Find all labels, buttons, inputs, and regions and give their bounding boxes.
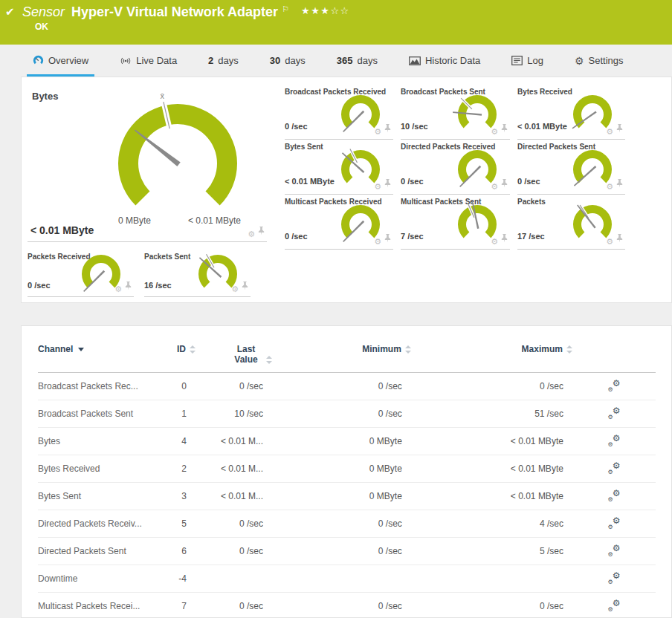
gauge-settings-icon[interactable]: ⚙ — [374, 128, 381, 136]
maximum-cell: 5 /sec — [412, 538, 573, 565]
column-header-actions — [573, 341, 656, 373]
gauge-settings-icon[interactable]: ⚙ — [606, 128, 613, 136]
sort-icon — [266, 355, 273, 365]
gauge-settings-icon[interactable]: ⚙ — [606, 238, 613, 246]
sort-icon — [566, 345, 573, 354]
table-row: Downtime -4 ⚙⚙ — [38, 565, 656, 593]
gauge-directed-packets-sent: Directed Packets Sent 0 /sec ⚙ — [517, 140, 625, 195]
tab-settings[interactable]: ⚙ Settings — [572, 45, 627, 77]
column-header-maximum[interactable]: Maximum — [412, 341, 573, 373]
minimum-cell — [273, 565, 412, 593]
channel-settings-icon[interactable]: ⚙⚙ — [608, 489, 620, 501]
channel-settings-icon[interactable]: ⚙⚙ — [608, 599, 620, 611]
gauge-value: 0 /sec — [401, 177, 424, 186]
channel-cell: Directed Packets Sent — [38, 538, 162, 565]
gauge-packets: Packets 17 /sec ⚙ — [517, 195, 625, 250]
channel-cell: Directed Packets Receiv... — [38, 510, 162, 538]
tab-log[interactable]: Log — [508, 45, 546, 77]
table-row: Multicast Packets Recei... 7 0 /sec 0 /s… — [38, 593, 656, 618]
column-header-channel[interactable]: Channel — [38, 341, 162, 373]
gauge-settings-icon[interactable]: ⚙ — [606, 183, 613, 191]
table-row: Bytes Received 2 < 0.01 M... 0 MByte < 0… — [38, 455, 656, 483]
gauge-settings-icon[interactable]: ⚙ — [491, 128, 498, 136]
gauge-settings-icon[interactable]: ⚙ — [114, 285, 122, 293]
maximum-cell: < 0.01 MByte — [412, 455, 573, 483]
tab-365-days[interactable]: 365 days — [334, 45, 381, 77]
channel-cell: Bytes — [38, 428, 162, 455]
gauge-value: 16 /sec — [144, 281, 172, 290]
pin-icon[interactable] — [501, 232, 508, 246]
sensor-status-badge: OK — [35, 22, 48, 32]
pin-icon[interactable] — [501, 178, 508, 191]
id-cell: 0 — [162, 373, 196, 400]
minimum-cell: 0 MByte — [273, 428, 412, 455]
gauge-settings-icon[interactable]: ⚙ — [491, 238, 498, 246]
pin-icon[interactable] — [616, 123, 623, 136]
sensor-title: Hyper-V Virtual Network Adapter — [71, 4, 278, 19]
tab-overview[interactable]: Overview — [30, 45, 91, 77]
pin-icon[interactable] — [384, 178, 391, 191]
pin-icon[interactable] — [125, 280, 132, 293]
table-row: Broadcast Packets Sent 1 10 /sec 0 /sec … — [38, 400, 656, 428]
minimum-cell: 0 MByte — [273, 455, 412, 483]
channel-settings-icon[interactable]: ⚙⚙ — [608, 517, 620, 528]
table-row: Directed Packets Receiv... 5 0 /sec 0 /s… — [38, 510, 656, 538]
pin-icon[interactable] — [384, 232, 391, 246]
channel-settings-icon[interactable]: ⚙⚙ — [608, 544, 620, 556]
channel-settings-icon[interactable]: ⚙⚙ — [608, 435, 620, 446]
channel-cell: Bytes Sent — [38, 483, 162, 510]
pin-icon[interactable] — [616, 178, 623, 191]
gauge-icon — [33, 55, 44, 66]
pin-icon[interactable] — [258, 225, 265, 238]
gauge-settings-icon[interactable]: ⚙ — [248, 230, 255, 238]
gauge-settings-icon[interactable]: ⚙ — [491, 183, 498, 191]
channel-settings-icon[interactable]: ⚙⚙ — [608, 407, 620, 418]
minimum-cell: 0 /sec — [273, 400, 412, 428]
table-header-row: Channel ID Last Value Minimum Maximum — [38, 341, 656, 373]
channels-panel: Channel ID Last Value Minimum Maximum Br… — [21, 325, 672, 618]
gauge-settings-icon[interactable]: ⚙ — [231, 285, 239, 293]
column-header-minimum[interactable]: Minimum — [273, 341, 412, 373]
table-row: Bytes Sent 3 < 0.01 M... 0 MByte < 0.01 … — [38, 483, 656, 510]
tab-30-days[interactable]: 30 days — [267, 45, 308, 77]
channel-settings-icon[interactable]: ⚙⚙ — [608, 572, 620, 583]
maximum-cell: 4 /sec — [412, 510, 573, 538]
priority-stars[interactable]: ★★★☆☆ — [301, 5, 350, 16]
channel-cell: Bytes Received — [38, 455, 162, 483]
priority-flag-icon[interactable]: ⚐ — [282, 4, 289, 13]
table-row: Directed Packets Sent 6 0 /sec 0 /sec 5 … — [38, 538, 656, 565]
minimum-cell: 0 /sec — [273, 538, 412, 565]
gauge-value: 0 /sec — [285, 232, 308, 241]
sensor-header: ✔ SensorHyper-V Virtual Network Adapter⚐… — [0, 0, 672, 45]
bytes-gauge-dial: x̄ — [103, 95, 252, 229]
gauge-value: 17 /sec — [517, 232, 545, 241]
pin-icon[interactable] — [616, 232, 623, 246]
channel-cell: Multicast Packets Recei... — [38, 593, 162, 618]
gauge-settings-icon[interactable]: ⚙ — [374, 183, 381, 191]
id-cell: 4 — [162, 428, 196, 455]
last-value-cell: 0 /sec — [196, 538, 273, 565]
gauge-settings-icon[interactable]: ⚙ — [374, 238, 381, 246]
minimum-cell: 0 /sec — [273, 510, 412, 538]
gauge-value: 10 /sec — [401, 122, 428, 131]
pin-icon[interactable] — [501, 123, 508, 136]
gauge-value: < 0.01 MByte — [517, 122, 567, 131]
svg-text:x̄: x̄ — [161, 91, 165, 100]
pin-icon[interactable] — [242, 280, 248, 293]
tab-live-data[interactable]: Live Data — [117, 45, 180, 77]
tab-2-days[interactable]: 2 days — [205, 45, 242, 77]
channel-settings-icon[interactable]: ⚙⚙ — [608, 380, 620, 391]
channels-table: Channel ID Last Value Minimum Maximum Br… — [38, 341, 656, 618]
tab-historic-data[interactable]: Historic Data — [406, 45, 483, 77]
channel-settings-icon[interactable]: ⚙⚙ — [608, 462, 620, 473]
gauge-value: 0 /sec — [517, 177, 540, 186]
pin-icon[interactable] — [384, 123, 391, 136]
sort-icon — [190, 345, 196, 354]
table-row: Broadcast Packets Rec... 0 0 /sec 0 /sec… — [38, 373, 656, 400]
gauge-value: 0 /sec — [28, 281, 51, 290]
column-header-last-value[interactable]: Last Value — [196, 341, 273, 373]
gauge-bytes-sent: Bytes Sent < 0.01 MByte ⚙ — [285, 140, 393, 195]
minimum-cell: 0 /sec — [273, 373, 412, 400]
column-header-id[interactable]: ID — [162, 341, 196, 373]
table-row: Bytes 4 < 0.01 M... 0 MByte < 0.01 MByte… — [38, 428, 656, 455]
